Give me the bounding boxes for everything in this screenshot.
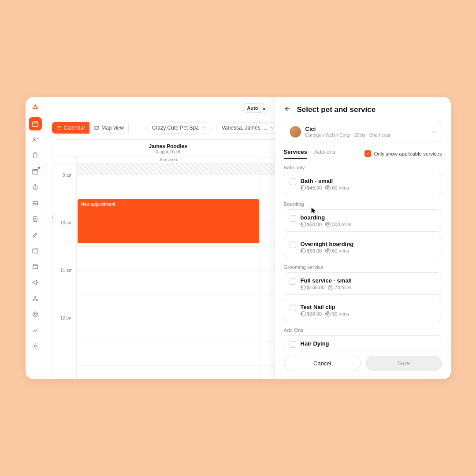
cancel-button[interactable]: Cancel <box>284 356 361 371</box>
nav-store[interactable] <box>29 260 42 273</box>
nav-edit[interactable] <box>29 228 42 242</box>
service-option[interactable]: Bath - small $$45.00 ⏱60 mins <box>284 173 442 195</box>
nav-clock[interactable] <box>29 181 42 194</box>
svg-point-9 <box>33 300 34 301</box>
svg-rect-4 <box>33 169 38 174</box>
service-group-label: Grooming service <box>284 264 442 270</box>
service-option[interactable]: Hair Dying <box>284 335 442 350</box>
view-toggle: Calendar Map view <box>52 122 129 134</box>
new-appointment-block[interactable]: New appointment <box>78 199 260 243</box>
nav-clipboard[interactable] <box>29 149 42 162</box>
service-option[interactable]: Full service - small $$150.00 ⏱70 mins <box>284 272 442 295</box>
nav-reports[interactable] <box>29 324 42 337</box>
service-group-label: Add Ons <box>284 327 442 333</box>
svg-point-0 <box>34 106 36 108</box>
sidebar <box>26 97 45 379</box>
service-option[interactable]: Overnight boarding $$60.00 ⏱60 mins <box>284 236 442 258</box>
close-bubble-button[interactable] <box>260 104 269 114</box>
pet-avatar <box>290 126 301 138</box>
svg-point-10 <box>36 300 37 301</box>
nav-calendar[interactable] <box>29 117 42 130</box>
chevron-down-icon <box>201 126 206 130</box>
checkbox[interactable] <box>290 215 296 222</box>
calendar-column[interactable]: New appointment <box>76 164 260 379</box>
service-group-label: Bath only <box>284 165 442 170</box>
checkbox[interactable] <box>290 341 296 348</box>
checkbox[interactable] <box>290 278 296 285</box>
tab-services[interactable]: Services <box>284 149 308 159</box>
svg-rect-1 <box>33 122 38 126</box>
map-view-button[interactable]: Map view <box>89 122 128 134</box>
service-option[interactable]: boarding $$50.00 ⏱300 mins <box>284 209 442 232</box>
service-panel: Select pet and service Cici Cardigan Wel… <box>275 97 451 379</box>
time-label: 11 am <box>52 268 76 316</box>
back-button[interactable] <box>284 105 293 115</box>
nav-people[interactable] <box>29 133 42 146</box>
time-label: 12 pm <box>52 316 76 363</box>
nav-marketing[interactable] <box>29 276 42 289</box>
nav-schedule[interactable] <box>29 244 42 257</box>
service-option[interactable]: Test Nail clip $$38.00 ⏱30 mins <box>284 299 442 321</box>
checkbox[interactable] <box>290 305 296 311</box>
checkbox[interactable] <box>290 242 296 248</box>
nav-calendar-alert[interactable] <box>29 165 42 178</box>
app-logo <box>30 101 41 113</box>
chevron-down-icon <box>431 129 436 134</box>
panel-title: Select pet and service <box>297 105 376 114</box>
svg-point-13 <box>34 313 36 315</box>
save-button[interactable]: Save <box>365 356 442 371</box>
nav-settings[interactable] <box>29 339 42 353</box>
calendar-view-button[interactable]: Calendar <box>52 122 90 134</box>
column-header: James Poodles 0 appt, 0 pet <box>76 140 260 156</box>
svg-rect-3 <box>33 153 37 158</box>
app-window: Calendar Map view Crazy Cute Pet Spa Van… <box>26 97 451 379</box>
svg-rect-8 <box>33 249 38 253</box>
checkbox[interactable] <box>290 178 296 185</box>
area-label: Any area <box>76 156 260 163</box>
nav-network[interactable] <box>29 292 42 305</box>
check-icon: ✓ <box>364 150 371 157</box>
nav-notes[interactable] <box>29 212 42 226</box>
chevron-down-icon <box>270 126 275 130</box>
svg-point-11 <box>34 296 36 298</box>
svg-point-2 <box>33 138 35 139</box>
tab-addons[interactable]: Add-ons <box>314 149 335 159</box>
service-group-label: Boarding <box>284 201 442 207</box>
svg-point-12 <box>33 312 37 317</box>
nav-support[interactable] <box>29 308 42 321</box>
time-label: 10 am <box>52 220 76 268</box>
staff-dropdown[interactable]: Vanessa, James, ... <box>216 122 281 134</box>
pet-selector[interactable]: Cici Cardigan Welsh Corgi · 20lbs · Shor… <box>284 121 442 142</box>
applicable-filter-checkbox[interactable]: ✓ Only show applicable services <box>364 150 442 157</box>
svg-point-14 <box>34 345 36 347</box>
time-label: 9 am <box>52 173 76 220</box>
nav-inbox[interactable] <box>29 197 42 210</box>
location-dropdown[interactable]: Crazy Cute Pet Spa <box>146 122 212 134</box>
svg-rect-15 <box>57 126 61 130</box>
